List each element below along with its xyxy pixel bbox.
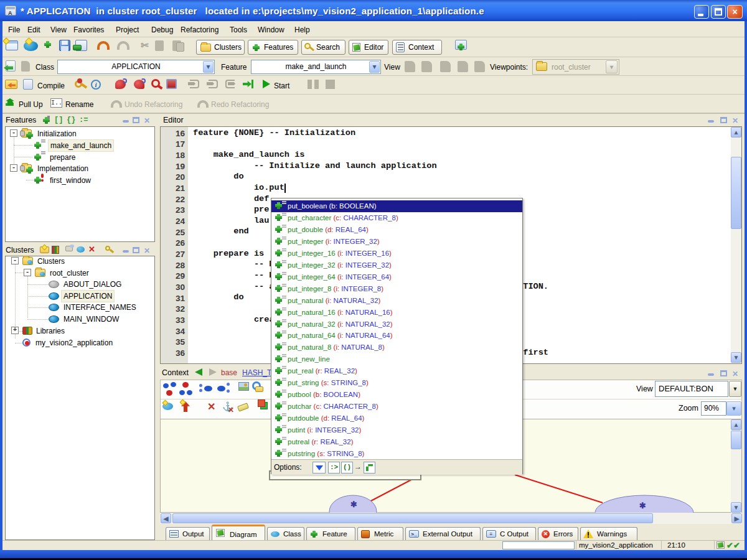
svg-text:✱: ✱ bbox=[350, 500, 357, 509]
svg-text:✱: ✱ bbox=[639, 501, 646, 510]
